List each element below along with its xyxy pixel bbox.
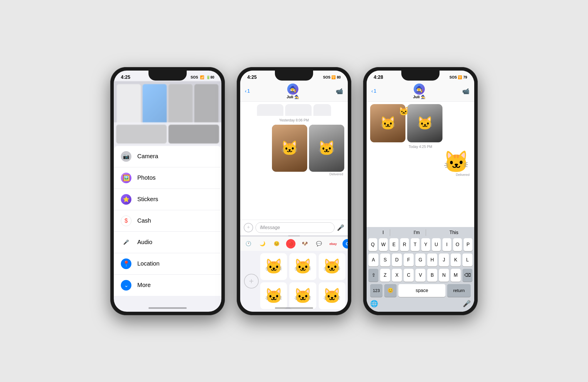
app-chat[interactable]: 💬	[314, 239, 324, 248]
action-camera-label: Camera	[137, 153, 158, 160]
key-P[interactable]: P	[464, 238, 472, 251]
input-area-2: + iMessage 🎤	[240, 220, 348, 235]
sticker-3[interactable]: 🐱	[319, 253, 345, 280]
action-audio-label: Audio	[137, 239, 152, 246]
key-Z[interactable]: Z	[380, 269, 390, 282]
app-c[interactable]: C	[343, 239, 348, 248]
autocorrect-0[interactable]: I	[377, 229, 390, 236]
key-G[interactable]: G	[415, 253, 425, 266]
phone-2: 4:25 SOS 🛜 80 ‹ 1 🧙‍♀️ Juli 🧙 📹	[237, 67, 351, 315]
message-input-2[interactable]: iMessage	[255, 222, 335, 233]
time-2: 4:25	[247, 75, 257, 80]
contact-avatar-3: 🧙‍♀️	[414, 84, 425, 95]
action-more-label: More	[137, 282, 151, 288]
key-return[interactable]: return	[447, 284, 471, 297]
key-shift[interactable]: ⇧	[368, 269, 378, 282]
key-N[interactable]: N	[439, 269, 449, 282]
stickers-icon: ⭐	[121, 194, 131, 205]
nav-bar-2: ‹ 1 🧙‍♀️ Juli 🧙 📹	[240, 81, 348, 102]
key-E[interactable]: E	[390, 238, 398, 251]
app-moon[interactable]: 🌙	[258, 239, 267, 248]
autocorrect-1[interactable]: I'm	[408, 229, 426, 236]
sticker-1[interactable]: 🐱	[260, 253, 287, 280]
key-S[interactable]: S	[380, 253, 390, 266]
key-L[interactable]: L	[462, 253, 472, 266]
autocorrect-bar: I I'm This	[367, 227, 474, 237]
status-icons-3: SOS 🛜 79	[450, 75, 467, 79]
key-K[interactable]: K	[451, 253, 461, 266]
image-msgs: 🐱 🐱	[244, 125, 344, 172]
action-location-label: Location	[137, 260, 160, 267]
key-T[interactable]: T	[411, 238, 420, 251]
timestamp-3: Today 4:25 PM	[370, 145, 471, 149]
key-H[interactable]: H	[427, 253, 437, 266]
key-B[interactable]: B	[427, 269, 437, 282]
key-emoji[interactable]: 😊	[384, 284, 397, 297]
globe-icon[interactable]: 🌐	[370, 300, 378, 308]
cash-icon: $	[121, 216, 131, 226]
key-I[interactable]: I	[442, 238, 451, 251]
action-camera[interactable]: 📷 Camera	[114, 146, 221, 167]
audio-icon: 🎤	[121, 237, 131, 248]
contact-info-3[interactable]: 🧙‍♀️ Juli 🧙	[413, 84, 425, 99]
back-count-3: 1	[374, 88, 376, 94]
action-audio[interactable]: 🎤 Audio	[114, 232, 221, 253]
dictation-icon[interactable]: 🎤	[463, 300, 471, 308]
add-sticker-2[interactable]: +	[244, 274, 259, 288]
sticker-6[interactable]: 🐱	[319, 282, 345, 309]
action-stickers-label: Stickers	[137, 196, 158, 203]
app-recents[interactable]: 🕐	[244, 239, 253, 248]
sticker-5[interactable]: 🐱	[289, 282, 316, 309]
contact-info-2[interactable]: 🧙‍♀️ Juli 🧙	[287, 84, 299, 99]
key-Q[interactable]: Q	[368, 238, 377, 251]
key-M[interactable]: M	[451, 269, 461, 282]
keyboard-row-1: Q W E R T Y U I O P	[367, 237, 474, 252]
sticker-4[interactable]: 🐱	[260, 282, 287, 309]
phone-3: 4:28 SOS 🛜 79 ‹ 1 🧙‍♀️ Juli 🧙 📹	[363, 67, 478, 315]
key-space[interactable]: space	[398, 284, 445, 297]
key-backspace[interactable]: ⌫	[462, 269, 472, 282]
key-D[interactable]: D	[392, 253, 402, 266]
sticker-grid-2: 🐱 🐱 🐱 🐱 🐱 🐱	[260, 253, 345, 309]
mic-button-2[interactable]: 🎤	[337, 224, 344, 231]
key-O[interactable]: O	[453, 238, 462, 251]
sticker-2[interactable]: 🐱	[289, 253, 316, 280]
key-R[interactable]: R	[400, 238, 409, 251]
key-W[interactable]: W	[379, 238, 388, 251]
app-emoji[interactable]: 😊	[272, 239, 281, 248]
app-dog[interactable]: 🐶	[300, 239, 310, 248]
notch-3	[401, 71, 440, 81]
back-button-2[interactable]: ‹ 1	[245, 88, 250, 94]
keyboard-row-3: ⇧ Z X C V B N M ⌫	[367, 268, 474, 283]
key-C[interactable]: C	[404, 269, 414, 282]
app-strip-2: 🕐 🌙 😊 🔴 🐶 💬 ebay C	[240, 236, 348, 251]
key-numbers[interactable]: 123	[370, 284, 382, 297]
phone1-screen: 4:25 SOS 📶 🔋80	[114, 71, 221, 312]
home-indicator-2	[275, 307, 313, 309]
autocorrect-2[interactable]: This	[444, 229, 464, 236]
app-ebay[interactable]: ebay	[328, 239, 338, 248]
key-F[interactable]: F	[404, 253, 414, 266]
action-photos[interactable]: 🖼️ Photos	[114, 167, 221, 189]
video-button-2[interactable]: 📹	[336, 88, 343, 95]
video-button-3[interactable]: 📹	[462, 88, 470, 95]
received-images: 🐱 🐱 🐱	[370, 104, 471, 142]
action-more[interactable]: ⌄ More	[114, 275, 221, 296]
key-J[interactable]: J	[439, 253, 449, 266]
key-X[interactable]: X	[392, 269, 402, 282]
key-V[interactable]: V	[415, 269, 425, 282]
back-button-3[interactable]: ‹ 1	[371, 88, 376, 94]
key-Y[interactable]: Y	[421, 238, 430, 251]
keyboard-row-2: A S D F G H J K L	[367, 252, 474, 268]
keyboard: I I'm This Q W E R T Y U I O P	[367, 227, 474, 312]
plus-button-2[interactable]: +	[244, 223, 253, 232]
action-stickers[interactable]: ⭐ Stickers	[114, 189, 221, 210]
more-icon: ⌄	[121, 280, 131, 291]
photo-preview	[114, 81, 221, 146]
app-periscope[interactable]: 🔴	[286, 239, 295, 248]
key-U[interactable]: U	[432, 238, 441, 251]
action-location[interactable]: 📍 Location	[114, 253, 221, 275]
location-icon: 📍	[121, 258, 131, 269]
action-cash[interactable]: $ Cash	[114, 210, 221, 232]
key-A[interactable]: A	[368, 253, 378, 266]
